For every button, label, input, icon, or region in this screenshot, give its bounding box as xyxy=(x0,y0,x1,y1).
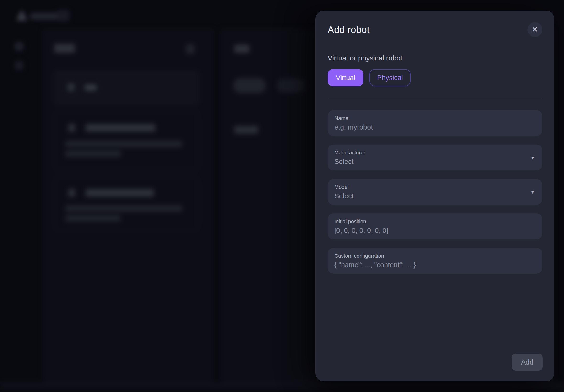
physical-button[interactable]: Physical xyxy=(370,69,411,86)
name-input[interactable] xyxy=(334,123,536,131)
chevron-down-icon: ▼ xyxy=(530,155,535,161)
divider xyxy=(328,99,542,99)
custom-configuration-label: Custom configuration xyxy=(334,253,536,259)
close-button[interactable]: ✕ xyxy=(527,22,542,37)
model-select-value: Select xyxy=(334,192,536,200)
virtual-button[interactable]: Virtual xyxy=(328,69,363,86)
initial-position-input[interactable] xyxy=(334,226,536,235)
close-icon: ✕ xyxy=(532,26,538,33)
custom-configuration-input[interactable] xyxy=(334,261,536,269)
chevron-down-icon: ▼ xyxy=(530,190,535,195)
name-field[interactable]: Name xyxy=(328,110,542,136)
initial-position-label: Initial position xyxy=(334,218,536,225)
manufacturer-select[interactable]: Manufacturer Select ▼ xyxy=(328,145,542,170)
robot-type-label: Virtual or physical robot xyxy=(328,54,542,63)
add-button[interactable]: Add xyxy=(512,353,543,371)
form-fields: Name Manufacturer Select ▼ Model Select … xyxy=(328,110,542,274)
name-field-label: Name xyxy=(334,115,536,121)
robot-type-toggle: Virtual Physical xyxy=(328,69,542,86)
initial-position-field[interactable]: Initial position xyxy=(328,213,542,239)
add-robot-modal: Add robot ✕ Virtual or physical robot Vi… xyxy=(316,11,554,381)
manufacturer-select-label: Manufacturer xyxy=(334,150,536,156)
manufacturer-select-value: Select xyxy=(334,157,536,166)
model-select-label: Model xyxy=(334,184,536,190)
model-select[interactable]: Model Select ▼ xyxy=(328,179,542,205)
custom-configuration-field[interactable]: Custom configuration xyxy=(328,248,542,274)
modal-title: Add robot xyxy=(328,24,370,35)
modal-header: Add robot ✕ xyxy=(328,22,542,37)
